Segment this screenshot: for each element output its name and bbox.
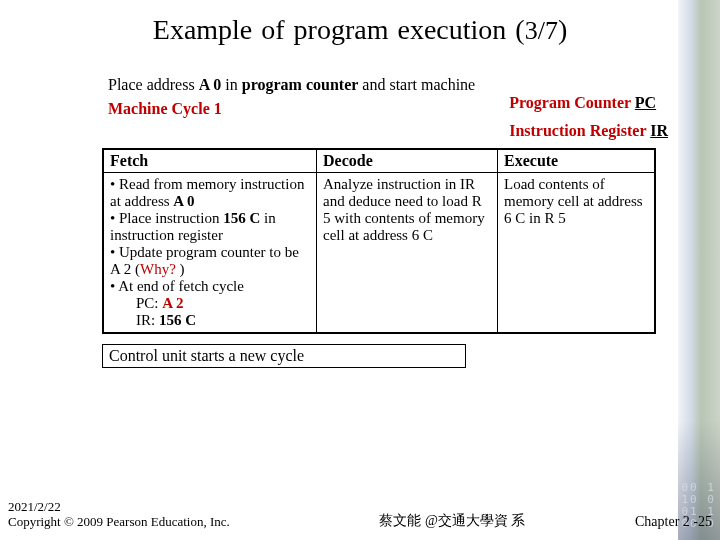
fetch-pc-val: A 2 — [162, 295, 183, 311]
title-close: ) — [558, 14, 567, 45]
instruction-register-label: Instruction Register — [509, 122, 650, 139]
intro-part1: Place address — [108, 76, 199, 93]
fetch-pc-a: PC: — [136, 295, 162, 311]
control-unit-note: Control unit starts a new cycle — [102, 344, 466, 368]
execute-cell: Load contents of memory cell at address … — [498, 173, 656, 334]
fetch-b3b: ) — [180, 261, 185, 277]
cycle-table: Fetch Decode Execute • Read from memory … — [102, 148, 656, 334]
footer-date: 2021/2/22 — [8, 499, 230, 515]
intro-a0: A 0 — [199, 76, 222, 93]
fetch-cell: • Read from memory instruction at addres… — [103, 173, 317, 334]
footer-center: 蔡文能 @交通大學資 系 — [230, 512, 635, 530]
register-labels: Program Counter PC Instruction Register … — [509, 76, 668, 140]
title-fraction: 3/7 — [525, 16, 558, 45]
machine-cycle-label: Machine Cycle 1 — [108, 100, 222, 117]
ir-abbr: IR — [650, 122, 668, 139]
header-execute: Execute — [498, 149, 656, 173]
fetch-why: Why? — [140, 261, 180, 277]
fetch-b1a: • Read from memory instruction at addres… — [110, 176, 304, 209]
fetch-b4: • At end of fetch cycle — [110, 278, 244, 294]
program-counter-label: Program Counter — [509, 94, 635, 111]
intro-program-counter: program counter — [242, 76, 359, 93]
decode-cell: Analyze instruction in IR and deduce nee… — [317, 173, 498, 334]
fetch-ir-val: 156 C — [159, 312, 196, 328]
fetch-b3: • Update program counter to be A 2 ( — [110, 244, 299, 277]
header-decode: Decode — [317, 149, 498, 173]
intro-block: Place address A 0 in program counter and… — [108, 76, 475, 140]
footer: 2021/2/22 Copyright © 2009 Pearson Educa… — [8, 499, 712, 530]
fetch-ir-a: IR: — [136, 312, 159, 328]
footer-copyright: Copyright © 2009 Pearson Education, Inc. — [8, 514, 230, 530]
pc-abbr: PC — [635, 94, 656, 111]
fetch-b2-156c: 156 C — [223, 210, 260, 226]
intro-part1b: in — [221, 76, 241, 93]
fetch-b2a: • Place instruction — [110, 210, 223, 226]
intro-part1c: and start machine — [358, 76, 475, 93]
header-fetch: Fetch — [103, 149, 317, 173]
title-text: Example of program execution ( — [153, 14, 525, 45]
footer-right: Chapter 2 -25 — [635, 514, 712, 530]
fetch-b1-a0: A 0 — [173, 193, 194, 209]
slide-title: Example of program execution (3/7) — [0, 0, 720, 46]
